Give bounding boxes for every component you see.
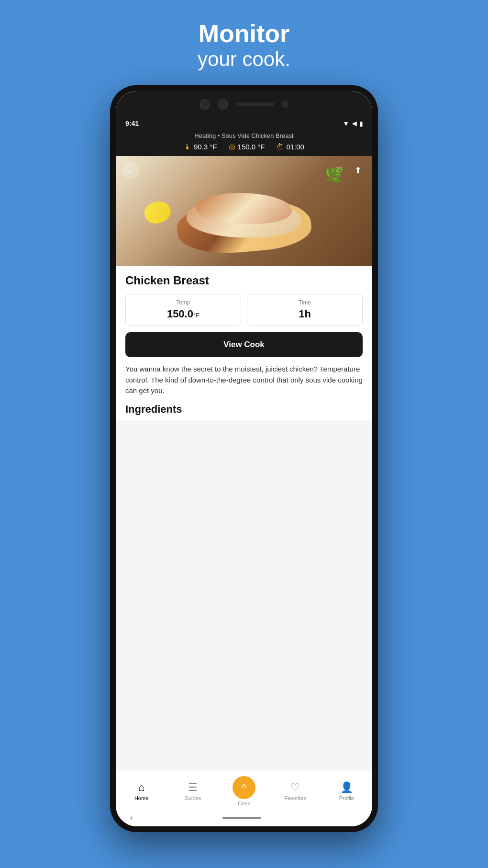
cook-stats: 🌡 90.3 °F ◎ 150.0 °F ⏱ 01:00 [123,142,365,151]
home-icon: ⌂ [138,781,144,794]
bottom-nav: ⌂ Home ☰ Guides ^ Cook ♡ Favorites 👤 Pro… [116,771,372,809]
time-value: 1h [254,308,355,320]
profile-label: Profile [339,795,354,801]
status-icons: ▼ ◀ ▮ [343,120,363,127]
target-temp-value: 150.0 °F [238,143,265,151]
back-button[interactable]: ← [122,162,139,179]
cook-header: Heating • Sous Vide Chicken Breast 🌡 90.… [116,129,372,156]
nav-item-guides[interactable]: ☰ Guides [176,781,210,801]
phone-screen: 9:41 ▼ ◀ ▮ Heating • Sous Vide Chicken B… [116,91,372,826]
nav-item-favorites[interactable]: ♡ Favorites [278,781,312,801]
timer-icon: ⏱ [276,143,284,151]
nav-item-home[interactable]: ⌂ Home [125,781,158,801]
recipe-params: Temp 150.0°F Time 1h [125,294,363,326]
temp-label: Temp [133,299,234,306]
temp-param-box[interactable]: Temp 150.0°F [125,294,241,326]
timer-stat: ⏱ 01:00 [276,143,304,151]
hero-title: Monitor [198,19,290,48]
phone-camera-bar [116,91,372,118]
camera-center [218,99,228,110]
recipe-description: You wanna know the secret to the moistes… [125,364,363,399]
time-param-box[interactable]: Time 1h [247,294,363,326]
cook-status-text: Heating • Sous Vide Chicken Breast [123,132,365,139]
view-cook-button[interactable]: View Cook [125,332,363,357]
favorites-label: Favorites [285,795,306,801]
current-temp-value: 90.3 °F [194,143,217,151]
speaker-bar [236,102,274,106]
guides-label: Guides [184,795,201,801]
nav-item-cook[interactable]: ^ Cook [227,776,261,806]
thermometer-icon: 🌡 [184,143,191,151]
wifi-icon: ▼ [343,120,349,127]
guides-icon: ☰ [188,781,198,794]
food-image: 🌿 ← ♡ ⬆ [116,156,372,266]
cook-label: Cook [238,800,250,806]
profile-icon: 👤 [340,781,353,794]
target-icon: ◎ [229,142,235,151]
share-button[interactable]: ⬆ [349,162,366,179]
home-indicator [222,817,261,819]
target-temp-stat: ◎ 150.0 °F [229,142,265,151]
phone-bottom-bar: ‹ [116,809,372,826]
signal-icon: ◀ [352,120,356,127]
camera-left [200,99,210,110]
back-arrow-icon: ‹ [130,813,133,822]
current-temp-stat: 🌡 90.3 °F [184,143,217,151]
cook-icon: ^ [233,776,255,799]
status-time: 9:41 [125,120,139,127]
chicken-visual [163,170,325,261]
hero-section: Monitor your cook. [198,19,290,71]
recipe-title: Chicken Breast [125,274,363,287]
status-bar: 9:41 ▼ ◀ ▮ [116,118,372,129]
phone-device: 9:41 ▼ ◀ ▮ Heating • Sous Vide Chicken B… [110,85,378,832]
chicken-slice-3 [196,193,292,224]
battery-icon: ▮ [359,120,363,127]
nav-item-profile[interactable]: 👤 Profile [330,781,363,801]
recipe-info: Chicken Breast Temp 150.0°F Time 1h View… [116,266,372,420]
home-label: Home [134,795,148,801]
ingredients-heading: Ingredients [125,399,363,416]
time-label: Time [254,299,355,306]
camera-right [282,101,288,108]
hero-subtitle: your cook. [198,48,290,71]
temp-value: 150.0°F [133,308,234,320]
timer-value: 01:00 [286,143,304,151]
favorites-icon: ♡ [290,781,300,794]
favorite-button[interactable]: ♡ [330,162,347,179]
content-area: 🌿 ← ♡ ⬆ Chicken Breast Temp 150.0°F [116,156,372,771]
